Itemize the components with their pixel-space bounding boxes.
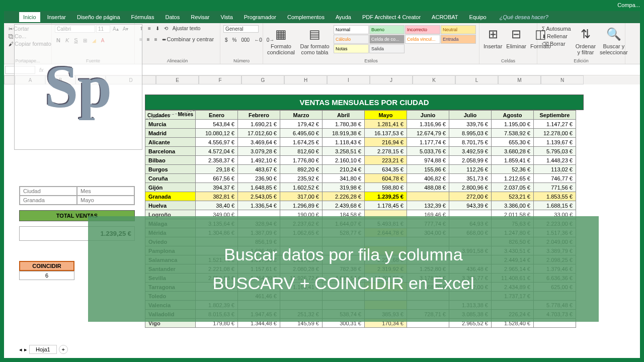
group-label: Alineación — [135, 58, 220, 63]
sort-filter-button[interactable]: ⇅Ordenar y filtrar — [575, 25, 597, 56]
column-header[interactable]: N — [541, 75, 584, 84]
lookup-table: Ciudad Mes Granada Mayo — [19, 186, 135, 205]
lookup-month-cell[interactable]: Mayo — [77, 196, 134, 205]
sheet-nav-next[interactable]: ▸ — [24, 346, 27, 353]
ribbon-tab[interactable]: ACROBAT — [428, 12, 462, 22]
align-bottom-button[interactable]: ⬇ — [154, 25, 161, 32]
number-format-select[interactable] — [223, 25, 259, 33]
ribbon-tab[interactable]: Programador — [240, 12, 280, 22]
align-right-button[interactable]: ≡ — [153, 36, 159, 43]
percent-button[interactable]: % — [231, 37, 238, 43]
share-button[interactable]: Compa... — [617, 2, 640, 8]
ribbon-tab[interactable]: Fórmulas — [127, 12, 158, 22]
lookup-city-cell[interactable]: Granada — [20, 196, 77, 205]
coincidir-value-cell[interactable]: 6 — [19, 271, 74, 280]
coincidir-header: COINCIDIR — [19, 261, 74, 271]
overlay-line2: BUSCARV + COINCIDIR en Excel — [213, 274, 474, 293]
ribbon-tab[interactable]: Revisar — [187, 12, 213, 22]
column-header[interactable]: J — [370, 75, 413, 84]
style-cell[interactable]: Entrada — [441, 35, 476, 44]
find-select-button[interactable]: 🔍Buscar y seleccionar — [599, 25, 629, 56]
column-header[interactable]: F — [199, 75, 242, 84]
tell-me-search[interactable]: ¿Qué desea hacer? — [500, 14, 548, 20]
ribbon-tabs: InicioInsertarDiseño de páginaFórmulasDa… — [4, 11, 640, 23]
align-middle-button[interactable]: ≡ — [146, 25, 152, 32]
ribbon-tab[interactable]: Diseño de página — [73, 12, 124, 22]
column-header[interactable]: L — [455, 75, 498, 84]
sheet-tabs: ◂ ▸ Hoja1 + — [19, 345, 68, 354]
ribbon-tab[interactable]: Equipo — [465, 12, 490, 22]
comma-button[interactable]: 000 — [239, 37, 251, 43]
ribbon-tab[interactable]: Insertar — [43, 12, 70, 22]
style-cell[interactable]: Celda de co... — [369, 35, 405, 44]
style-cell[interactable]: Normal — [334, 25, 369, 34]
ribbon-tab[interactable]: Vista — [217, 12, 237, 22]
new-sheet-button[interactable]: + — [59, 345, 68, 354]
format-table-button[interactable]: ▤Dar formato como tabla — [298, 25, 332, 56]
group-label: Estilos — [263, 58, 479, 63]
ribbon-tab[interactable]: Inicio — [19, 12, 40, 22]
ribbon-tab[interactable]: Ayuda — [332, 12, 355, 22]
delete-cells-button[interactable]: ⊟Eliminar — [505, 25, 527, 50]
column-header[interactable]: M — [498, 75, 541, 84]
watermark-logo: Sp — [14, 24, 142, 150]
autosum-button[interactable]: Σ Autosuma — [540, 25, 573, 32]
clear-button[interactable]: ⌫ Borrar — [540, 40, 573, 47]
group-label: Número — [220, 58, 263, 63]
lookup-header-city: Ciudad — [20, 187, 77, 196]
sheet-nav-prev[interactable]: ◂ — [19, 346, 22, 353]
lookup-header-month: Mes — [77, 187, 134, 196]
orientation-button[interactable]: ⟲ — [163, 25, 170, 32]
merge-button[interactable]: ⬌ Combinar y centrar — [160, 36, 216, 43]
group-label: Celdas — [479, 58, 537, 63]
ribbon-tab[interactable]: Complementos — [283, 12, 329, 22]
column-header[interactable]: G — [242, 75, 284, 84]
sheet-tab[interactable]: Hoja1 — [29, 345, 57, 354]
fill-button[interactable]: ⬇ Rellenar — [540, 33, 573, 40]
conditional-format-button[interactable]: ▦Formato condicional — [266, 25, 296, 56]
style-cell[interactable]: Cálculo — [334, 35, 369, 44]
style-cell[interactable]: Bueno — [369, 25, 405, 34]
insert-cells-button[interactable]: ⊞Insertar — [482, 25, 503, 50]
overlay-line1: Buscar datos por fila y columna — [224, 245, 462, 264]
currency-button[interactable]: $ — [223, 37, 229, 43]
group-label: Edición — [537, 58, 625, 63]
ribbon-tab[interactable]: Datos — [161, 12, 184, 22]
column-header[interactable]: I — [327, 75, 370, 84]
style-cell[interactable]: Notas — [334, 44, 369, 53]
table-title: VENTAS MENSUALES POR CIUDAD — [145, 95, 584, 110]
style-cell[interactable]: Salida — [369, 44, 405, 53]
video-title-overlay: Buscar datos por fila y columna BUSCARV … — [88, 216, 599, 322]
style-cell[interactable]: Celda vincul... — [405, 35, 440, 44]
increase-decimal-button[interactable]: ←0 — [253, 37, 264, 43]
column-header[interactable]: E — [156, 75, 199, 84]
style-cell[interactable]: Incorrecto — [405, 25, 440, 34]
ribbon-tab[interactable]: PDF Architect 4 Creator — [358, 12, 425, 22]
style-cell[interactable]: Neutral — [441, 25, 476, 34]
cell-styles-gallery[interactable]: NormalBuenoIncorrectoNeutralCálculoCelda… — [334, 25, 476, 53]
align-center-button[interactable]: ≡ — [145, 36, 151, 43]
column-header[interactable]: H — [284, 75, 327, 84]
wrap-text-button[interactable]: Ajustar texto — [171, 25, 202, 32]
column-header[interactable]: K — [413, 75, 455, 84]
